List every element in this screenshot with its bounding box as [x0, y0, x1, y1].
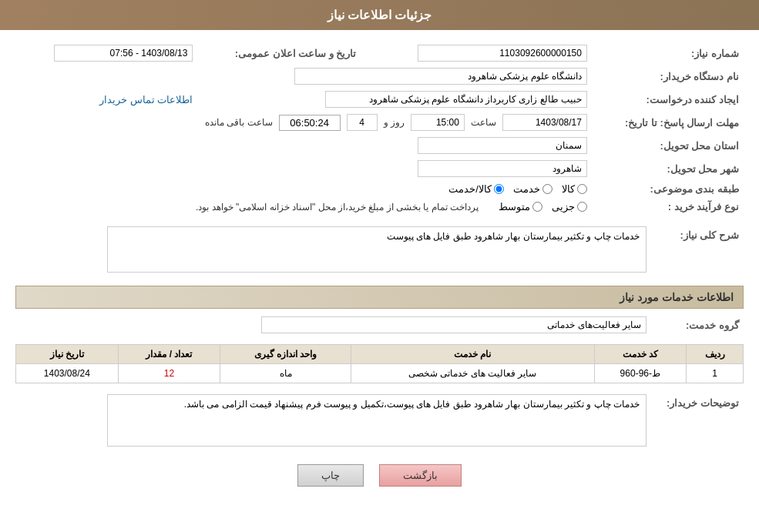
category-radio-group: کالا خدمت کالا/خدمت [20, 183, 587, 195]
category-label: طبقه بندی موضوعی: [592, 180, 744, 198]
need-number-label: شماره نیاز: [592, 42, 744, 65]
need-desc-table: شرح کلی نیاز: [15, 223, 744, 278]
deadline-days: 4 [347, 114, 378, 131]
row-service-group: گروه خدمت: سایر فعالیت‌های خدماتی [15, 313, 744, 336]
buyer-notes-table: توضیحات خریدار: [15, 391, 744, 452]
row-need-desc: شرح کلی نیاز: [15, 223, 744, 278]
col-code: کد خدمت [594, 345, 686, 364]
org-name-label: نام دستگاه خریدار: [592, 65, 744, 88]
deadline-label: مهلت ارسال پاسخ: تا تاریخ: [592, 111, 744, 134]
col-unit: واحد اندازه گیری [220, 345, 351, 364]
row-org-name: نام دستگاه خریدار: دانشگاه علوم پزشکی شا… [15, 65, 744, 88]
back-button[interactable]: بازگشت [379, 464, 462, 487]
city-label: شهر محل تحویل: [592, 157, 744, 180]
row-creator: ایجاد کننده درخواست: حبیب طالع زاری کارب… [15, 88, 744, 111]
services-section-header: اطلاعات خدمات مورد نیاز [15, 286, 744, 309]
deadline-time-label: ساعت [471, 117, 496, 128]
content-area: شماره نیاز: 1103092600000150 تاریخ و ساع… [0, 30, 759, 506]
purchase-type-label-medium: متوسط [499, 201, 530, 212]
province-label: استان محل تحویل: [592, 134, 744, 157]
province-value: سمنان [418, 137, 587, 154]
purchase-type-option-partial: جزیی [552, 201, 587, 212]
row-province: استان محل تحویل: سمنان [15, 134, 744, 157]
purchase-type-label: نوع فرآیند خرید : [592, 198, 744, 216]
remaining-time: 06:50:24 [279, 115, 341, 131]
service-group-label: گروه خدمت: [651, 313, 744, 336]
buyer-notes-textarea[interactable] [107, 394, 646, 447]
purchase-type-radio-group: جزیی متوسط [499, 201, 587, 212]
col-name: نام خدمت [351, 345, 595, 364]
cell-row: 1 [687, 364, 744, 383]
category-option-goods: کالا [562, 183, 587, 195]
row-need-number: شماره نیاز: 1103092600000150 تاریخ و ساع… [15, 42, 744, 65]
grid-header: ردیف کد خدمت نام خدمت واحد اندازه گیری ت… [16, 345, 744, 364]
services-grid: ردیف کد خدمت نام خدمت واحد اندازه گیری ت… [15, 344, 744, 383]
need-number-value: 1103092600000150 [418, 45, 587, 62]
service-group-table: گروه خدمت: سایر فعالیت‌های خدماتی [15, 313, 744, 336]
city-value: شاهرود [418, 160, 587, 177]
info-table: شماره نیاز: 1103092600000150 تاریخ و ساع… [15, 42, 744, 216]
purchase-type-option-medium: متوسط [499, 201, 542, 212]
creator-label: ایجاد کننده درخواست: [592, 88, 744, 111]
category-option-service: خدمت [513, 183, 552, 195]
cell-count: 12 [118, 364, 220, 383]
announce-date-label: تاریخ و ساعت اعلان عمومی: [197, 42, 371, 65]
purchase-type-radio-medium[interactable] [532, 202, 542, 212]
page-container: جزئیات اطلاعات نیاز شماره نیاز: 11030926… [0, 0, 759, 532]
table-row: 1 ط-96-960 سایر فعالیت های خدماتی شخصی م… [16, 364, 744, 383]
col-date: تاریخ نیاز [16, 345, 119, 364]
cell-name: سایر فعالیت های خدماتی شخصی [351, 364, 595, 383]
remaining-label: ساعت باقی مانده [205, 117, 273, 128]
category-label-service: خدمت [513, 183, 540, 195]
need-desc-textarea[interactable] [107, 226, 646, 273]
category-label-goods: کالا [562, 183, 575, 195]
category-option-both: کالا/خدمت [448, 183, 504, 195]
need-desc-label: شرح کلی نیاز: [651, 223, 744, 278]
purchase-type-radio-partial[interactable] [577, 202, 587, 212]
row-category: طبقه بندی موضوعی: کالا خدمت [15, 180, 744, 198]
col-row: ردیف [687, 345, 744, 364]
cell-unit: ماه [220, 364, 351, 383]
row-purchase-type: نوع فرآیند خرید : جزیی متوسط [15, 198, 744, 216]
deadline-day-label: روز و [384, 117, 405, 128]
category-radio-goods[interactable] [577, 184, 587, 194]
service-group-value: سایر فعالیت‌های خدماتی [261, 316, 646, 333]
category-label-both: کالا/خدمت [448, 183, 492, 195]
org-name-value: دانشگاه علوم پزشکی شاهرود [294, 68, 587, 85]
purchase-type-note: پرداخت تمام یا بخشی از مبلغ خرید،از محل … [196, 202, 479, 212]
grid-body: 1 ط-96-960 سایر فعالیت های خدماتی شخصی م… [16, 364, 744, 383]
cell-date: 1403/08/24 [16, 364, 119, 383]
row-buyer-notes: توضیحات خریدار: [15, 391, 744, 452]
print-button[interactable]: چاپ [297, 464, 364, 487]
button-bar: بازگشت چاپ [15, 464, 744, 487]
buyer-notes-label: توضیحات خریدار: [651, 391, 744, 452]
creator-value: حبیب طالع زاری کاربرداز دانشگاه علوم پزش… [325, 91, 587, 108]
col-count: تعداد / مقدار [118, 345, 220, 364]
category-radio-both[interactable] [494, 184, 504, 194]
deadline-time: 15:00 [411, 114, 465, 131]
cell-code: ط-96-960 [594, 364, 686, 383]
announce-date-value: 1403/08/13 - 07:56 [54, 45, 193, 62]
row-city: شهر محل تحویل: شاهرود [15, 157, 744, 180]
category-radio-service[interactable] [542, 184, 552, 194]
purchase-type-label-partial: جزیی [552, 201, 575, 212]
page-title: جزئیات اطلاعات نیاز [327, 8, 432, 22]
deadline-date: 1403/08/17 [502, 114, 587, 131]
grid-header-row: ردیف کد خدمت نام خدمت واحد اندازه گیری ت… [16, 345, 744, 364]
contact-link[interactable]: اطلاعات تماس خریدار [99, 94, 193, 105]
row-deadline: مهلت ارسال پاسخ: تا تاریخ: 1403/08/17 سا… [15, 111, 744, 134]
page-header: جزئیات اطلاعات نیاز [0, 0, 759, 30]
